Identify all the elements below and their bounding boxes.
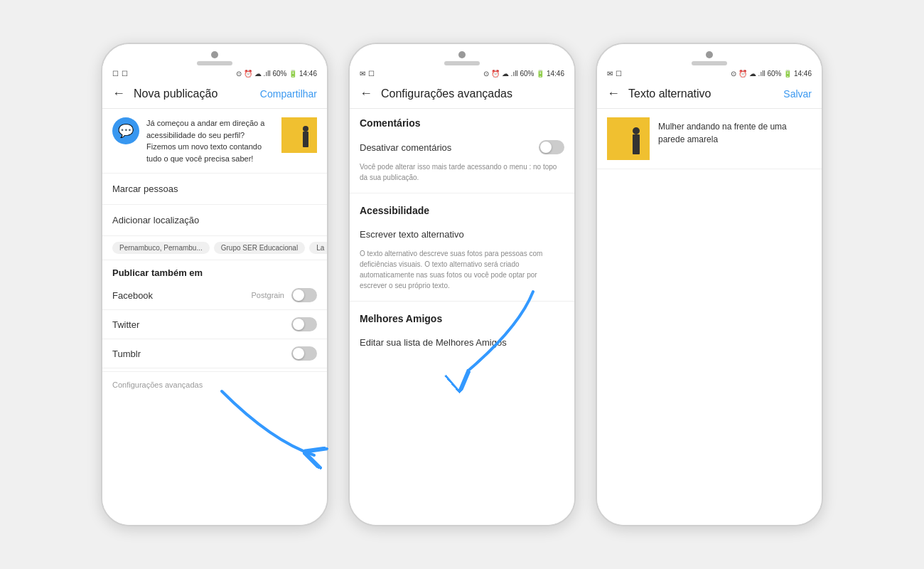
status-right-text: ⊙ ⏰ ☁ .ıll 60% 🔋 14:46 bbox=[236, 70, 317, 78]
tag-pernambuco[interactable]: Pernambuco, Pernambu... bbox=[112, 242, 210, 254]
status-right-text-2: ⊙ ⏰ ☁ .ıll 60% 🔋 14:46 bbox=[483, 70, 564, 78]
tumblr-toggle-row: Tumblr bbox=[102, 339, 327, 368]
accessibility-title: Acessibilidade bbox=[350, 196, 574, 220]
share-button[interactable]: Compartilhar bbox=[260, 88, 317, 100]
post-image-svg bbox=[281, 117, 317, 153]
disable-comments-label: Desativar comentários bbox=[360, 142, 451, 153]
disable-comments-row: Desativar comentários bbox=[350, 133, 574, 161]
divider-1 bbox=[350, 193, 574, 193]
phone-screen-3: ✉ ☐ ⊙ ⏰ ☁ .ıll 60% 🔋 14:46 ← Texto alter… bbox=[596, 43, 823, 526]
svg-rect-0 bbox=[281, 117, 317, 153]
app-bar-1: ← Nova publicação Compartilhar bbox=[102, 79, 327, 109]
status-left-2: ✉ ☐ bbox=[360, 70, 375, 78]
post-image bbox=[281, 117, 317, 153]
comments-desc: Você pode alterar isso mais tarde acessa… bbox=[350, 161, 574, 190]
facebook-label: Facebook bbox=[112, 290, 153, 301]
save-button[interactable]: Salvar bbox=[783, 88, 812, 100]
best-friends-title: Melhores Amigos bbox=[350, 304, 574, 329]
page-title-2: Configurações avançadas bbox=[381, 87, 564, 100]
status-icon-screen3: ☐ bbox=[616, 70, 622, 78]
status-icon-screen: ☐ bbox=[122, 70, 128, 78]
post-preview: 💬 Já começou a andar em direção a acessi… bbox=[102, 109, 327, 174]
svg-point-5 bbox=[633, 127, 640, 134]
tumblr-toggle[interactable] bbox=[291, 346, 317, 361]
phone-screen-2: ✉ ☐ ⊙ ⏰ ☁ .ıll 60% 🔋 14:46 ← Configuraçõ… bbox=[348, 43, 576, 526]
tags-row: Pernambuco, Pernambu... Grupo SER Educac… bbox=[102, 236, 327, 260]
screen-3: Mulher andando na frente de uma parede a… bbox=[597, 109, 822, 525]
edit-friends-link[interactable]: Editar sua lista de Melhores Amigos bbox=[350, 329, 574, 356]
comments-title: Comentários bbox=[350, 109, 574, 133]
speaker-2 bbox=[444, 61, 480, 65]
avatar: 💬 bbox=[112, 117, 139, 144]
status-right-3: ⊙ ⏰ ☁ .ıll 60% 🔋 14:46 bbox=[731, 70, 812, 78]
phone-1: ☐ ☐ ⊙ ⏰ ☁ .ıll 60% 🔋 14:46 ← Nova public… bbox=[101, 43, 328, 526]
camera-2 bbox=[458, 51, 466, 58]
back-button-3[interactable]: ← bbox=[607, 86, 620, 101]
preview-image-svg bbox=[607, 117, 650, 160]
status-left-1: ☐ ☐ bbox=[112, 70, 128, 78]
tumblr-label: Tumblr bbox=[112, 349, 141, 359]
svg-rect-4 bbox=[633, 134, 640, 154]
app-bar-2: ← Configurações avançadas bbox=[350, 79, 574, 109]
facebook-toggle-row: Facebook Postgrain bbox=[102, 281, 327, 310]
back-button-2[interactable]: ← bbox=[360, 86, 372, 101]
status-bar-3: ✉ ☐ ⊙ ⏰ ☁ .ıll 60% 🔋 14:46 bbox=[597, 68, 822, 79]
alt-text-preview: Mulher andando na frente de uma parede a… bbox=[597, 109, 822, 169]
svg-rect-1 bbox=[303, 132, 308, 147]
facebook-sublabel: Postgrain bbox=[252, 291, 284, 299]
facebook-right: Postgrain bbox=[252, 288, 317, 302]
status-icon-msg3: ✉ bbox=[607, 70, 613, 78]
phone-top-3 bbox=[597, 44, 822, 68]
status-right-1: ⊙ ⏰ ☁ .ıll 60% 🔋 14:46 bbox=[236, 70, 317, 78]
tag-la[interactable]: La bbox=[309, 242, 327, 254]
status-bar-1: ☐ ☐ ⊙ ⏰ ☁ .ıll 60% 🔋 14:46 bbox=[102, 68, 327, 79]
status-right-text-3: ⊙ ⏰ ☁ .ıll 60% 🔋 14:46 bbox=[731, 70, 812, 78]
divider-2 bbox=[350, 301, 574, 302]
publish-section-title: Publicar também em bbox=[102, 260, 327, 281]
camera-1 bbox=[211, 51, 218, 58]
status-bar-2: ✉ ☐ ⊙ ⏰ ☁ .ıll 60% 🔋 14:46 bbox=[350, 68, 574, 79]
twitter-label: Twitter bbox=[112, 319, 139, 330]
tumblr-right bbox=[291, 346, 317, 361]
alt-text-desc: O texto alternativo descreve suas fotos … bbox=[350, 248, 574, 298]
phone-top-2 bbox=[350, 44, 574, 68]
phone-2: ✉ ☐ ⊙ ⏰ ☁ .ıll 60% 🔋 14:46 ← Configuraçõ… bbox=[348, 43, 576, 526]
alt-text-description: Mulher andando na frente de uma parede a… bbox=[658, 117, 812, 146]
phone-screen-1: ☐ ☐ ⊙ ⏰ ☁ .ıll 60% 🔋 14:46 ← Nova public… bbox=[101, 43, 328, 526]
status-right-2: ⊙ ⏰ ☁ .ıll 60% 🔋 14:46 bbox=[483, 70, 564, 78]
add-location-item[interactable]: Adicionar localização bbox=[102, 205, 327, 236]
status-left-3: ✉ ☐ bbox=[607, 70, 622, 78]
twitter-toggle-row: Twitter bbox=[102, 310, 327, 339]
camera-3 bbox=[706, 51, 713, 58]
screen-1: 💬 Já começou a andar em direção a acessi… bbox=[102, 109, 327, 525]
alt-text-image bbox=[607, 117, 650, 160]
tag-people-item[interactable]: Marcar pessoas bbox=[102, 174, 327, 205]
status-icon-msg: ☐ bbox=[112, 70, 119, 78]
phone-top-1 bbox=[102, 44, 327, 68]
twitter-toggle[interactable] bbox=[291, 317, 317, 331]
page-title-1: Nova publicação bbox=[134, 87, 260, 100]
app-bar-3: ← Texto alternativo Salvar bbox=[597, 79, 822, 109]
back-button-1[interactable]: ← bbox=[112, 86, 125, 101]
alt-text-link[interactable]: Escrever texto alternativo bbox=[350, 220, 574, 248]
advanced-settings-link[interactable]: Configurações avançadas bbox=[102, 371, 327, 398]
disable-comments-toggle[interactable] bbox=[539, 140, 564, 154]
speaker-3 bbox=[692, 61, 727, 65]
status-icon-screen2: ☐ bbox=[368, 70, 375, 78]
speaker-1 bbox=[197, 61, 232, 65]
phone-3: ✉ ☐ ⊙ ⏰ ☁ .ıll 60% 🔋 14:46 ← Texto alter… bbox=[596, 43, 823, 526]
svg-point-2 bbox=[303, 126, 308, 132]
svg-rect-3 bbox=[607, 117, 650, 160]
facebook-toggle[interactable] bbox=[291, 288, 317, 302]
status-icon-msg2: ✉ bbox=[360, 70, 365, 78]
post-text: Já começou a andar em direção a acessibi… bbox=[146, 117, 274, 164]
tag-ser[interactable]: Grupo SER Educacional bbox=[214, 242, 305, 254]
screen-2: Comentários Desativar comentários Você p… bbox=[350, 109, 574, 525]
page-title-3: Texto alternativo bbox=[628, 87, 783, 100]
twitter-right bbox=[291, 317, 317, 331]
